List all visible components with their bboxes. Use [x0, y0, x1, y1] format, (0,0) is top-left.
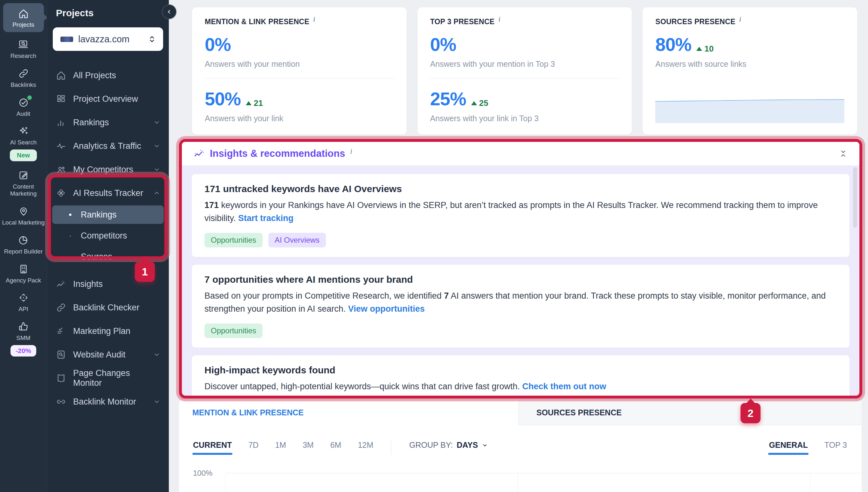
- range-current[interactable]: CURRENT: [193, 441, 232, 455]
- insight-title: 171 untracked keywords have AI Overviews: [204, 183, 837, 194]
- tab-sources-presence[interactable]: SOURCES PRESENCE: [518, 400, 862, 425]
- sidebar-item-api[interactable]: API: [18, 292, 29, 313]
- bar-chart-icon: [56, 117, 66, 127]
- sidebar-item-report-builder[interactable]: Report Builder: [4, 235, 43, 255]
- sidebar-item-smm[interactable]: SMM -20%: [10, 321, 36, 356]
- trend-sparkle-icon: [193, 148, 205, 159]
- chain-link-icon: [18, 68, 29, 79]
- left-icon-rail: Projects Research Backlinks Audit AI Sea…: [0, 0, 47, 492]
- range-12m[interactable]: 12M: [358, 441, 373, 455]
- tab-general[interactable]: GENERAL: [769, 441, 808, 455]
- check-circle-icon: [18, 97, 29, 108]
- info-icon[interactable]: i: [739, 15, 741, 24]
- sidebar-item-local-marketing[interactable]: Local Marketing: [2, 206, 45, 226]
- metric-value: 25%: [430, 88, 466, 109]
- insights-recommendations-section: Insights & recommendations i 171 untrack…: [179, 139, 862, 398]
- group-by-dropdown[interactable]: GROUP BY: DAYS: [409, 441, 488, 450]
- presence-chart-panel: MENTION & LINK PRESENCE SOURCES PRESENCE…: [179, 400, 862, 492]
- submenu-item-sources[interactable]: · Sources: [52, 247, 164, 266]
- project-sidebar: Projects lavazza.com All Projects Projec…: [47, 0, 169, 492]
- collapse-icon[interactable]: [838, 149, 848, 158]
- range-6m[interactable]: 6M: [330, 441, 341, 455]
- sidebar-item-content-marketing[interactable]: Content Marketing: [0, 170, 47, 197]
- menu-item-my-competitors[interactable]: My Competitors: [47, 158, 169, 181]
- start-tracking-link[interactable]: Start tracking: [238, 214, 293, 223]
- sidebar-item-ai-search[interactable]: AI Search New: [10, 126, 37, 161]
- tab-mention-link-presence[interactable]: MENTION & LINK PRESENCE: [179, 400, 518, 425]
- metric-label: Answers with your link: [205, 114, 394, 123]
- discount-badge: -20%: [10, 345, 36, 356]
- menu-item-label: Insights: [73, 279, 103, 289]
- menu-item-all-projects[interactable]: All Projects: [47, 64, 169, 87]
- info-icon[interactable]: i: [498, 15, 500, 24]
- menu-item-label: Project Overview: [73, 94, 138, 104]
- triangle-up-icon: [471, 101, 477, 105]
- sidebar-item-agency-pack[interactable]: Agency Pack: [6, 264, 41, 284]
- project-selector-value: lavazza.com: [78, 34, 129, 45]
- delta-up: 10: [696, 44, 713, 54]
- metric-cards-row: MENTION & LINK PRESENCE i 0% Answers wit…: [192, 7, 857, 134]
- api-icon: [18, 292, 29, 303]
- range-1m[interactable]: 1M: [275, 441, 286, 455]
- scrollbar-thumb[interactable]: [853, 167, 857, 228]
- insights-body: 171 untracked keywords have AI Overviews…: [182, 165, 860, 396]
- menu-item-backlink-monitor[interactable]: Backlink Monitor: [47, 390, 169, 414]
- menu-item-page-changes-monitor[interactable]: Page Changes Monitor: [47, 366, 169, 390]
- menu-item-project-overview[interactable]: Project Overview: [47, 87, 169, 111]
- info-icon[interactable]: i: [313, 15, 315, 24]
- range-3m[interactable]: 3M: [303, 441, 314, 455]
- menu-item-marketing-plan[interactable]: Marketing Plan: [47, 319, 169, 343]
- sparkles-icon: [18, 126, 29, 137]
- insights-title: Insights & recommendations: [210, 148, 345, 159]
- check-them-out-link[interactable]: Check them out now: [522, 382, 606, 391]
- map-pin-icon: [18, 206, 29, 217]
- delta-up: 21: [246, 98, 263, 108]
- range-7d[interactable]: 7D: [248, 441, 258, 455]
- submenu-item-label: Sources: [81, 252, 112, 262]
- menu-item-ai-results-tracker[interactable]: AI Results Tracker: [47, 181, 169, 205]
- link-oval-icon: [56, 397, 66, 407]
- divider: [391, 441, 391, 455]
- info-icon[interactable]: i: [350, 147, 352, 155]
- ai-results-tracker-submenu: • Rankings · Competitors · Sources: [47, 205, 169, 272]
- research-icon: [18, 39, 29, 50]
- chevron-up-icon: [153, 189, 160, 197]
- tab-top3[interactable]: TOP 3: [824, 441, 847, 455]
- insight-title: High-impact keywords found: [204, 365, 837, 376]
- top3-presence-card: TOP 3 PRESENCE i 0% Answers with your me…: [417, 7, 632, 134]
- menu-item-label: Page Changes Monitor: [73, 368, 160, 388]
- card-title: SOURCES PRESENCE: [655, 18, 735, 26]
- menu-item-label: Rankings: [73, 118, 109, 127]
- chevron-down-icon: [153, 398, 160, 405]
- sidebar-item-audit[interactable]: Audit: [17, 97, 30, 117]
- tag-row: Opportunities: [204, 323, 837, 338]
- mention-link-presence-card: MENTION & LINK PRESENCE i 0% Answers wit…: [192, 7, 407, 134]
- project-selector[interactable]: lavazza.com: [53, 27, 163, 51]
- thumbs-up-icon: [18, 321, 29, 332]
- menu-item-rankings[interactable]: Rankings: [47, 111, 169, 134]
- view-opportunities-link[interactable]: View opportunities: [348, 304, 425, 314]
- tag-row: Opportunities AI Overviews: [204, 233, 837, 247]
- sidebar-collapse-button[interactable]: [162, 4, 176, 19]
- triangle-up-icon: [696, 47, 702, 51]
- card-title: MENTION & LINK PRESENCE: [205, 18, 309, 26]
- ai-overviews-tag[interactable]: AI Overviews: [269, 233, 326, 247]
- menu-item-website-audit[interactable]: Website Audit: [47, 343, 169, 366]
- menu-item-backlink-checker[interactable]: Backlink Checker: [47, 296, 169, 319]
- sidebar-item-label: Projects: [12, 21, 34, 28]
- opportunities-tag[interactable]: Opportunities: [204, 233, 263, 247]
- sidebar-item-research[interactable]: Research: [10, 39, 36, 59]
- menu-item-analytics-traffic[interactable]: Analytics & Traffic: [47, 134, 169, 158]
- menu-item-insights[interactable]: Insights: [47, 272, 169, 296]
- chevron-updown-icon: [147, 34, 157, 44]
- sidebar-item-backlinks[interactable]: Backlinks: [10, 68, 36, 89]
- sidebar-item-projects[interactable]: Projects: [3, 3, 44, 32]
- gridline-vertical: [518, 473, 518, 492]
- submenu-item-rankings[interactable]: • Rankings: [52, 205, 164, 224]
- edit-square-icon: [18, 170, 29, 181]
- submenu-item-competitors[interactable]: · Competitors: [52, 226, 164, 245]
- opportunities-tag[interactable]: Opportunities: [204, 323, 263, 338]
- trend-sparkle-icon: [56, 279, 66, 289]
- checklist-icon: [56, 326, 66, 336]
- chevron-left-icon: [165, 8, 173, 15]
